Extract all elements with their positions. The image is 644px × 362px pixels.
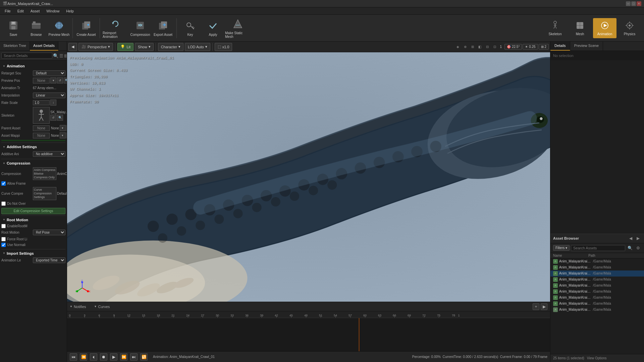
play-button[interactable]: ▶ xyxy=(110,353,117,361)
asset-item-1[interactable]: A Anim_MalayanKrait_Cr /Game/Mala xyxy=(550,264,644,270)
rate-scale-spin[interactable]: ↕ xyxy=(50,100,56,106)
viewport-icon6[interactable]: ⊡ xyxy=(491,44,498,50)
viewport-icon3[interactable]: ⊞ xyxy=(469,44,476,50)
create-asset-button[interactable]: Create Asset xyxy=(75,16,97,40)
step-forward-button[interactable]: ⏩ xyxy=(120,353,127,361)
notifies-section[interactable]: Notifies xyxy=(70,305,86,309)
use-normal-checkbox[interactable] xyxy=(1,243,6,247)
anim-le-select[interactable]: Exported Time xyxy=(33,257,65,263)
asset-mapping-dropdown[interactable]: ▾ xyxy=(60,132,66,138)
details-tab[interactable]: Details xyxy=(550,42,570,51)
animation-section-header[interactable]: Animation xyxy=(1,62,65,69)
additive-settings-header[interactable]: Additive Settings xyxy=(1,142,65,150)
preview-pos-reset[interactable]: ↺ xyxy=(57,77,63,83)
browse-button[interactable]: Browse xyxy=(25,16,47,40)
key-button[interactable]: Key xyxy=(179,16,201,40)
viewport-icon1[interactable]: ◈ xyxy=(454,44,461,50)
filter-button[interactable]: ⊞ xyxy=(64,52,67,59)
preview-mesh-button[interactable]: Preview Mesh xyxy=(48,16,70,40)
view-options-button[interactable]: View Options xyxy=(587,356,607,360)
do-not-over-checkbox[interactable] xyxy=(1,201,6,206)
parent-asset-dropdown[interactable]: ▾ xyxy=(60,125,66,131)
search-button[interactable]: 🔍 xyxy=(53,52,59,59)
goto-start-button[interactable]: ⏮ xyxy=(70,353,77,361)
export-asset-button[interactable]: Export Asset xyxy=(152,16,174,40)
maximize-button[interactable]: □ xyxy=(631,1,636,6)
loop-button[interactable]: 🔁 xyxy=(140,353,148,361)
interpolation-select[interactable]: Linear xyxy=(33,93,65,98)
preview-pos-browse[interactable]: 🔍 xyxy=(64,77,67,83)
menu-help[interactable]: Help xyxy=(63,8,77,14)
apply-button[interactable]: Apply xyxy=(202,16,224,40)
search-assets-input[interactable] xyxy=(571,245,625,251)
asset-mapping-reset[interactable]: ↺ xyxy=(66,132,67,138)
preview-scene-tab[interactable]: Preview Scene xyxy=(570,42,603,51)
minimize-button[interactable]: ─ xyxy=(626,1,631,6)
asset-item-2[interactable]: A Anim_MalayanKrait_Cr /Game/Mala xyxy=(550,270,644,277)
timeline-tracks[interactable] xyxy=(67,318,550,351)
exposure-button[interactable]: ☀ 0.25 xyxy=(523,44,538,50)
asset-item-0[interactable]: A Anim_MalayanKrait_Cr /Game/Mala xyxy=(550,258,644,264)
edit-compression-button[interactable]: Edit Compression Settings xyxy=(1,208,65,214)
asset-item-5[interactable]: A Anim_MalayanKrait_Cr /Game/Mala xyxy=(550,289,644,295)
timeline-add-button[interactable]: + xyxy=(533,303,539,310)
retarget-source-select[interactable]: Default xyxy=(33,70,65,76)
force-root-checkbox[interactable] xyxy=(1,237,6,241)
show-button[interactable]: Show ▾ xyxy=(135,43,154,51)
search-assets-button[interactable]: 🔍 xyxy=(627,245,633,251)
scale-button[interactable]: ⬚ x1.0 xyxy=(215,43,232,51)
view-options-button[interactable]: ☰ xyxy=(59,52,63,59)
compression-button[interactable]: Compression xyxy=(129,16,151,40)
menu-edit[interactable]: Edit xyxy=(14,8,27,14)
asset-item-6[interactable]: A Anim_MalayanKrait_Cr /Game/Mala xyxy=(550,295,644,301)
asset-settings-button[interactable]: ⚙ xyxy=(635,245,641,251)
viewport-nav-button[interactable]: ◀ xyxy=(68,43,77,51)
close-button[interactable]: ✕ xyxy=(637,1,641,6)
perspective-button[interactable]: 🎥 Perspective ▾ xyxy=(78,43,113,51)
asset-browser-forward-button[interactable]: ▶ xyxy=(635,235,641,242)
skeleton-view-button[interactable]: Skeleton xyxy=(543,18,567,38)
play-reverse-button[interactable]: ⏴ xyxy=(90,353,97,361)
reimport-animation-button[interactable]: Reimport Animation xyxy=(103,16,128,40)
additive-anim-select[interactable]: No additive xyxy=(33,151,65,157)
asset-item-8[interactable]: A Anim_MalayanKrait_Gr /Game/Mala xyxy=(550,307,644,313)
search-details-input[interactable] xyxy=(1,53,52,59)
root-motion-header[interactable]: Root Motion xyxy=(1,216,65,223)
character-button[interactable]: Character ▾ xyxy=(158,43,183,51)
import-settings-header[interactable]: Import Settings xyxy=(1,249,65,257)
skeleton-browse[interactable]: 🔍 xyxy=(57,115,63,121)
menu-asset[interactable]: Asset xyxy=(27,8,43,14)
menu-window[interactable]: Window xyxy=(43,8,63,14)
goto-end-button[interactable]: ⏭ xyxy=(130,353,138,361)
asset-browser-back-button[interactable]: ◀ xyxy=(627,235,634,242)
make-static-mesh-button[interactable]: Make Static Mesh xyxy=(225,16,251,40)
asset-details-tab[interactable]: Asset Details xyxy=(30,42,58,51)
viewport-icon4[interactable]: ◧ xyxy=(477,44,483,50)
filters-button[interactable]: Filters ▾ xyxy=(553,245,570,251)
timeline-scroll-right[interactable]: ▶ xyxy=(541,303,547,310)
save-button[interactable]: Save xyxy=(3,16,24,40)
root-motion-select[interactable]: Ref Pose xyxy=(33,230,65,235)
record-button[interactable]: ⏺ xyxy=(100,353,107,361)
animation-view-button[interactable]: Animation xyxy=(593,18,616,38)
lit-button[interactable]: 💡 Lit xyxy=(117,43,133,51)
fov-button[interactable]: 🎯 22.5° xyxy=(504,44,522,50)
viewport-icon2[interactable]: ⊕ xyxy=(462,44,469,50)
mesh-view-button[interactable]: Mesh xyxy=(568,18,592,38)
asset-item-7[interactable]: A Anim_MalayanKrait_Cr /Game/Mala xyxy=(550,301,644,307)
parent-asset-reset[interactable]: ↺ xyxy=(66,125,67,131)
step-back-button[interactable]: ⏪ xyxy=(80,353,87,361)
compression-header[interactable]: Compression xyxy=(1,159,65,167)
enable-root-checkbox[interactable] xyxy=(1,224,6,228)
allow-frame-checkbox[interactable] xyxy=(1,181,6,186)
viewport[interactable]: Previewing Animation Anim_MalayanKrait_C… xyxy=(67,52,550,302)
skeleton-tree-tab[interactable]: Skeleton Tree xyxy=(0,42,30,51)
asset-item-4[interactable]: A Anim_MalayanKrait_Cr /Game/Mala xyxy=(550,283,644,289)
lod-auto-button[interactable]: LOD Auto ▾ xyxy=(185,43,210,51)
physics-view-button[interactable]: Physics xyxy=(618,18,641,38)
menu-file[interactable]: File xyxy=(1,8,14,14)
skeleton-reset[interactable]: ↺ xyxy=(50,115,56,121)
preview-pos-dropdown[interactable]: ▾ xyxy=(50,77,56,83)
rate-scale-input[interactable] xyxy=(33,100,50,105)
asset-item-3[interactable]: A Anim_MalayanKrait_Cr /Game/Mala xyxy=(550,277,644,283)
